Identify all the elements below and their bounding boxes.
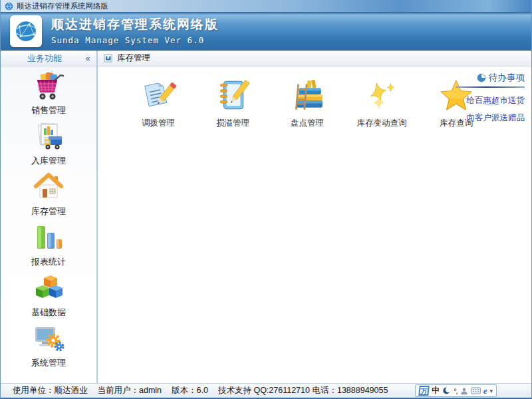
ime-chinese-mode-button[interactable]: 中 bbox=[432, 385, 440, 396]
content-area: 调拨管理 bbox=[98, 66, 531, 383]
shopping-cart-icon bbox=[33, 70, 65, 102]
sidebar-collapse-button[interactable]: « bbox=[79, 54, 96, 63]
sidebar-item-inbound[interactable]: 入库管理 bbox=[1, 120, 96, 171]
computer-gears-icon bbox=[33, 323, 65, 354]
shortcut-label: 盘点管理 bbox=[291, 118, 324, 129]
todo-link-gifts[interactable]: 向客户派送赠品 bbox=[456, 109, 525, 126]
ime-soft-keyboard-icon[interactable] bbox=[471, 387, 481, 394]
ime-language-bar: 万 中 °, e ▾ bbox=[415, 384, 497, 397]
sidebar-item-label: 销售管理 bbox=[31, 104, 66, 116]
shortcut-label: 调拨管理 bbox=[142, 118, 175, 129]
window-titlebar: 顺达进销存管理系统网络版 bbox=[1, 0, 531, 12]
app-subtitle: Sunda Manage System Ver 6.0 bbox=[51, 35, 219, 45]
shortcut-inventory-change-query[interactable]: 库存变动查询 bbox=[348, 77, 416, 129]
status-version: 版本：6.0 bbox=[172, 385, 208, 396]
app-logo bbox=[10, 15, 42, 47]
tab-bar: 库存管理 bbox=[98, 51, 531, 66]
sidebar-item-label: 入库管理 bbox=[31, 155, 66, 167]
shortcut-label: 库存变动查询 bbox=[357, 118, 407, 129]
document-pencil-icon bbox=[140, 77, 176, 113]
sidebar-item-label: 报表统计 bbox=[31, 256, 66, 268]
todo-divider bbox=[456, 86, 525, 88]
sidebar-header: 业务功能 « bbox=[1, 51, 96, 66]
shortcut-label: 损溢管理 bbox=[216, 118, 249, 129]
main-area: 库存管理 bbox=[98, 51, 531, 383]
ime-halfwidth-moon-icon[interactable] bbox=[442, 386, 451, 395]
documents-truck-icon bbox=[33, 120, 65, 152]
todo-panel: 待办事项 给百惠超市送货 向客户派送赠品 bbox=[456, 72, 525, 126]
ime-user-icon[interactable] bbox=[460, 387, 468, 395]
todo-title: 待办事项 bbox=[489, 72, 525, 84]
status-current-user: 当前用户：admin bbox=[98, 385, 162, 396]
status-support: 技术支持 QQ:276112710 电话：13888949055 bbox=[218, 385, 388, 396]
building-blocks-icon bbox=[33, 272, 65, 304]
sidebar-item-label: 库存管理 bbox=[31, 205, 66, 217]
sidebar-item-basedata[interactable]: 基础数据 bbox=[1, 272, 96, 323]
ime-punctuation-button[interactable]: °, bbox=[454, 387, 457, 395]
sidebar-item-label: 系统管理 bbox=[31, 357, 66, 369]
window-title: 顺达进销存管理系统网络版 bbox=[17, 1, 108, 11]
todo-header: 待办事项 bbox=[456, 72, 525, 84]
sidebar-item-label: 基础数据 bbox=[31, 307, 66, 319]
shortcut-loss-overflow-management[interactable]: 损溢管理 bbox=[199, 77, 267, 129]
pie-clock-icon bbox=[477, 73, 486, 82]
tab-inventory-management[interactable]: 库存管理 bbox=[117, 53, 150, 64]
app-window: 顺达进销存管理系统网络版 顺达进销存管理系统网络版 Sunda Manage S… bbox=[0, 0, 532, 399]
ime-options-arrow-icon[interactable]: ▾ bbox=[489, 388, 493, 394]
shortcut-stocktaking-management[interactable]: 盘点管理 bbox=[273, 77, 341, 129]
sidebar-item-inventory[interactable]: 库存管理 bbox=[1, 171, 96, 221]
sidebar-title: 业务功能 bbox=[1, 53, 79, 65]
status-bar: 使用单位：顺达酒业 当前用户：admin 版本：6.0 技术支持 QQ:2761… bbox=[1, 383, 531, 398]
house-icon bbox=[33, 171, 65, 203]
globe-network-icon bbox=[12, 17, 40, 45]
ime-browser-icon[interactable]: e bbox=[483, 386, 487, 396]
ime-logo-button[interactable]: 万 bbox=[418, 386, 430, 396]
form-tab-icon bbox=[103, 53, 113, 63]
sparkle-stars-icon bbox=[364, 77, 400, 113]
app-title: 顺达进销存管理系统网络版 bbox=[51, 16, 219, 33]
bar-chart-icon bbox=[33, 221, 65, 253]
shortcut-transfer-management[interactable]: 调拨管理 bbox=[124, 77, 192, 129]
todo-link-delivery[interactable]: 给百惠超市送货 bbox=[456, 92, 525, 109]
sidebar-item-system[interactable]: 系统管理 bbox=[1, 323, 96, 373]
books-ladder-icon bbox=[289, 77, 325, 113]
status-company: 使用单位：顺达酒业 bbox=[13, 385, 88, 396]
sidebar-item-sales[interactable]: 销售管理 bbox=[1, 70, 96, 120]
window-globe-icon bbox=[5, 2, 13, 11]
sidebar-item-reports[interactable]: 报表统计 bbox=[1, 221, 96, 272]
notebook-pencil-icon bbox=[215, 77, 251, 113]
sidebar: 业务功能 « 销售管理 bbox=[1, 51, 98, 383]
app-banner: 顺达进销存管理系统网络版 Sunda Manage System Ver 6.0 bbox=[1, 12, 531, 51]
